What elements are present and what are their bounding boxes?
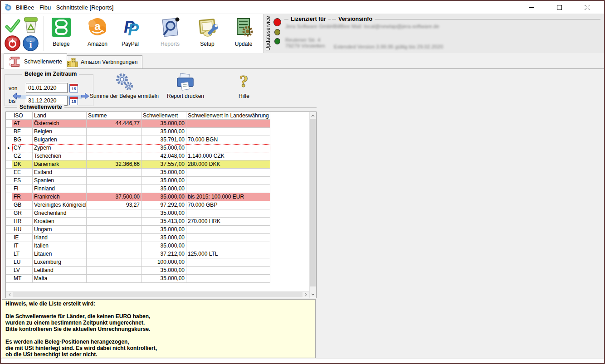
table-row[interactable]: BEBelgien35.000,00	[6, 128, 270, 136]
column-header-land[interactable]: Land	[33, 112, 87, 120]
table-row[interactable]: BGBulgarien35.791,0070.000 BGN	[6, 136, 270, 144]
grid-body: ATÖsterreich44.446,7735.000,00BEBelgien3…	[6, 120, 316, 283]
table-row[interactable]: HRKroatien35.413,00270.000 HRK	[6, 218, 270, 226]
table-row[interactable]: FIFinnland35.000,00	[6, 185, 270, 193]
table-row[interactable]: LULuxemburg100.000,00	[6, 258, 270, 267]
maximize-button[interactable]	[549, 1, 570, 14]
toolbar-button-belege[interactable]: Belege	[44, 16, 78, 47]
paypal-icon: P P	[119, 16, 141, 38]
row-marker-cell	[6, 250, 12, 258]
table-row[interactable]: ITItalien35.000,00	[6, 242, 270, 250]
row-marker-cell	[6, 242, 12, 250]
cell-land: Griechenland	[33, 209, 87, 218]
tab-schwellenwerte[interactable]: Schwellenwerte	[4, 53, 67, 69]
von-calendar-button[interactable]: 15	[69, 84, 78, 92]
help-button[interactable]: ? Hilfe	[226, 73, 262, 99]
table-row[interactable]: GRGriechenland35.000,00	[6, 209, 270, 218]
column-header-summe[interactable]: Summe	[87, 112, 141, 120]
cell-summe	[87, 169, 141, 177]
row-marker-cell	[6, 152, 12, 160]
table-row[interactable]: GBVereinigtes Königreich93,2797.292,0070…	[6, 201, 270, 209]
cell-land: Belgien	[33, 128, 87, 136]
cell-land: Irland	[33, 234, 87, 242]
horizontal-scrollbar[interactable]	[6, 291, 309, 298]
row-cells: DKDänemark32.366,6637.557,00280.000 DKK	[12, 160, 270, 169]
cell-iso: BG	[12, 136, 33, 144]
row-marker-cell	[6, 209, 12, 218]
row-marker-cell	[6, 169, 12, 177]
minimize-button[interactable]	[521, 1, 542, 14]
column-header-schwellenwert[interactable]: Schwellenwert	[141, 112, 186, 120]
cell-land: Tschechien	[33, 152, 87, 160]
power-icon[interactable]	[4, 35, 21, 52]
confirm-check-icon[interactable]	[5, 18, 21, 34]
row-cells: MTMalta35.000,00	[12, 275, 270, 283]
hint-line	[5, 332, 312, 339]
cell-iso: FI	[12, 185, 33, 193]
horizontal-scrollbar-thumb[interactable]	[13, 292, 302, 297]
table-row[interactable]: DKDänemark32.366,6637.557,00280.000 DKK	[6, 160, 270, 169]
row-cells: IEIrland35.000,00	[12, 234, 270, 242]
column-header-landeswaehrung[interactable]: Schwellenwert in Landeswährung	[186, 112, 270, 120]
table-row[interactable]: MTMalta35.000,00	[6, 275, 270, 283]
vertical-scrollbar-thumb[interactable]	[310, 119, 316, 286]
cell-schwelle: 35.000,00	[141, 193, 186, 201]
table-row[interactable]: FRFrankreich37.500,0035.000,00bis 2015: …	[6, 193, 270, 201]
toolbar-label: Update	[226, 41, 261, 47]
hint-line: die mit USt hinterlegt sind. Es wird dab…	[5, 345, 312, 351]
column-header-iso[interactable]: ISO	[12, 112, 33, 120]
recycle-bin-icon[interactable]	[22, 16, 40, 34]
cell-schwelle: 35.791,00	[141, 136, 186, 144]
printer-icon	[176, 73, 195, 92]
table-row[interactable]: LVLettland35.000,00	[6, 267, 270, 275]
scroll-left-arrow[interactable]	[6, 291, 13, 298]
vertical-scrollbar[interactable]	[309, 112, 316, 298]
table-row[interactable]: ESSpanien35.000,00	[6, 177, 270, 185]
table-row[interactable]: HUUngarn35.000,00	[6, 226, 270, 234]
toolbar-button-paypal[interactable]: P P PayPal	[113, 16, 147, 47]
von-date-input[interactable]: 01.01.2020	[26, 83, 68, 93]
cell-summe	[87, 226, 141, 234]
previous-period-arrow[interactable]	[12, 92, 21, 100]
cell-summe: 32.366,66	[87, 160, 141, 169]
table-row[interactable]: LTLitauen37.212,00125.000 LTL	[6, 250, 270, 258]
setup-icon	[196, 16, 218, 38]
cell-land: Italien	[33, 242, 87, 250]
hint-line	[5, 307, 312, 313]
cell-schwelle: 35.000,00	[141, 242, 186, 250]
toolbar-button-amazon[interactable]: a Amazon	[80, 16, 115, 47]
bis-calendar-button[interactable]: 15	[69, 97, 78, 105]
cell-summe	[87, 128, 141, 136]
close-button[interactable]	[576, 1, 597, 14]
table-row[interactable]: EEEstland35.000,00	[6, 169, 270, 177]
print-report-button[interactable]: Report drucken	[158, 73, 213, 99]
cell-summe	[87, 218, 141, 226]
info-icon[interactable]: i	[22, 35, 39, 52]
tab-amazon-verbringungen[interactable]: Amazon Verbringungen	[61, 55, 142, 68]
cell-schwelle: 35.000,00	[141, 185, 186, 193]
groupbox-line	[332, 19, 336, 19]
scroll-right-arrow[interactable]	[302, 291, 309, 298]
scroll-up-arrow[interactable]	[310, 112, 316, 119]
cell-summe: 93,27	[87, 201, 141, 209]
toolbar-button-setup[interactable]: Setup	[190, 16, 224, 47]
table-row[interactable]: ATÖsterreich44.446,7735.000,00	[6, 120, 270, 128]
calendar-day: 15	[70, 86, 78, 92]
scroll-down-arrow[interactable]	[310, 291, 316, 297]
action-label: Report drucken	[158, 93, 213, 99]
toolbar-button-reports[interactable]: Reports	[153, 16, 187, 47]
cell-summe	[87, 258, 141, 267]
table-row[interactable]: CZTschechien42.048,001.140.000 CZK	[6, 152, 270, 160]
cell-summe	[87, 152, 141, 160]
cell-waehrung	[186, 242, 270, 250]
sum-belege-button[interactable]: Summe der Belege ermitteln	[87, 73, 161, 99]
cell-summe	[87, 185, 141, 193]
toolbar-button-update[interactable]: Update	[226, 16, 261, 47]
toolbar-label: Setup	[190, 41, 224, 47]
cell-summe	[87, 234, 141, 242]
table-row[interactable]: IEIrland35.000,00	[6, 234, 270, 242]
table-row[interactable]: ►CYZypern35.000,00	[6, 144, 270, 152]
row-cells: GRGriechenland35.000,00	[12, 209, 270, 218]
cell-schwelle: 35.413,00	[141, 218, 186, 226]
cell-iso: AT	[12, 120, 33, 128]
